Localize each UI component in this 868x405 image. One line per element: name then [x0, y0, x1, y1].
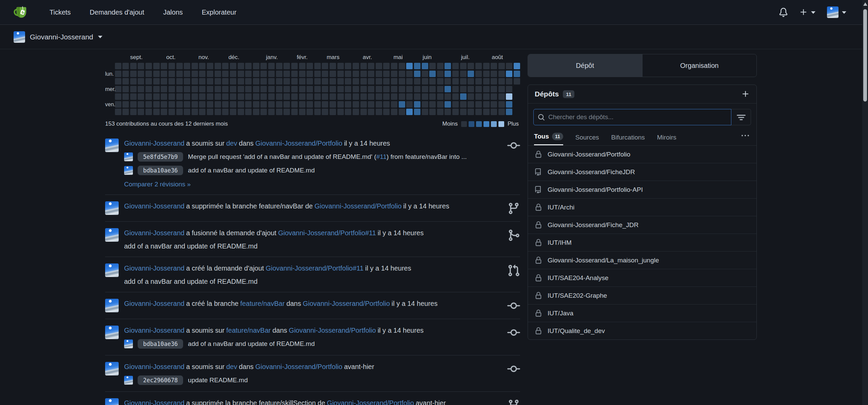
repo-list-item[interactable]: Giovanni-Josserand/Portfolio-API	[528, 181, 756, 198]
feed-link[interactable]: Giovanni-Josserand/Portfolio#11	[265, 264, 363, 272]
navbar-item-3[interactable]: Explorateur	[192, 8, 246, 16]
new-repository-button[interactable]	[742, 90, 750, 98]
user-menu-dropdown[interactable]	[827, 6, 846, 18]
issue-link[interactable]: #11	[376, 153, 387, 160]
user-avatar[interactable]	[105, 326, 119, 339]
feed-link[interactable]: Giovanni-Josserand	[124, 229, 184, 237]
repo-name: Giovanni-Josserand/La_maison_jungle	[548, 257, 659, 264]
heatmap-cell	[260, 109, 267, 115]
user-avatar[interactable]	[105, 362, 119, 375]
heatmap-cell	[429, 101, 436, 108]
repo-list-item[interactable]: IUT/Qualite_de_dev	[528, 322, 756, 339]
heatmap-cell	[260, 101, 267, 108]
feed-link[interactable]: Giovanni-Josserand	[124, 363, 184, 370]
repo-filter-bifurcations[interactable]: Bifurcations	[611, 131, 645, 145]
feed-link[interactable]: feature/navBar	[226, 327, 271, 334]
notifications-bell-icon[interactable]	[779, 8, 788, 17]
repository-filter-button[interactable]	[731, 109, 751, 125]
heatmap-cell	[291, 93, 298, 100]
heatmap-cell	[145, 93, 152, 100]
repo-list-item[interactable]: IUT/SAE202-Graphe	[528, 287, 756, 304]
repository-search-input[interactable]	[548, 113, 727, 121]
feed-link[interactable]: Giovanni-Josserand	[124, 300, 184, 307]
heatmap-cell	[445, 63, 451, 69]
heatmap-cell	[268, 71, 275, 77]
feed-link[interactable]: Giovanni-Josserand	[124, 327, 184, 334]
feed-link[interactable]: feature/navBar	[240, 300, 284, 307]
feed-link[interactable]: Giovanni-Josserand	[124, 140, 184, 147]
user-avatar[interactable]	[105, 139, 119, 152]
commit-hash-link[interactable]: 2ec2960678	[138, 375, 183, 385]
navbar-item-1[interactable]: Demandes d'ajout	[80, 8, 154, 16]
commit-hash-link[interactable]: bdba10ae36	[138, 339, 183, 349]
commit-icon	[507, 363, 520, 375]
feed-link[interactable]: dev	[226, 140, 237, 147]
heatmap-month-label: avr.	[363, 54, 372, 61]
repo-list-item[interactable]: Giovanni-Josserand/La_maison_jungle	[528, 251, 756, 269]
repo-filter-sources[interactable]: Sources	[575, 131, 599, 145]
user-avatar[interactable]	[105, 263, 119, 277]
heatmap-cell	[115, 101, 121, 108]
tab-organisation[interactable]: Organisation	[642, 54, 757, 77]
tab-dépôt[interactable]: Dépôt	[528, 54, 642, 77]
heatmap-cell	[422, 78, 428, 85]
heatmap-cell	[376, 78, 382, 85]
scrollbar-up-arrow-icon[interactable]	[863, 2, 867, 6]
user-avatar[interactable]	[105, 201, 119, 215]
heatmap-month-label: févr.	[297, 54, 308, 61]
repo-filter-miroirs[interactable]: Miroirs	[657, 131, 676, 145]
user-avatar[interactable]	[105, 228, 119, 242]
feed-link[interactable]: Giovanni-Josserand/Portfolio	[303, 300, 390, 307]
feed-link[interactable]: Giovanni-Josserand/Portfolio	[314, 202, 401, 210]
repo-filter-tous[interactable]: Tous11	[534, 130, 563, 145]
repo-list-item[interactable]: Giovanni-Josserand/FicheJDR	[528, 163, 756, 181]
heatmap-cell	[115, 78, 121, 85]
feed-text: a soumis sur	[186, 140, 224, 147]
feed-link[interactable]: Giovanni-Josserand/Portfolio	[289, 327, 376, 334]
heatmap-cell	[215, 101, 221, 108]
repo-list-item[interactable]: IUT/Java	[528, 304, 756, 322]
feed-link[interactable]: dev	[226, 363, 237, 370]
heatmap-cell	[468, 101, 474, 108]
user-avatar[interactable]	[105, 299, 119, 312]
heatmap-cell	[169, 71, 175, 77]
feed-link[interactable]: Giovanni-Josserand/Portfolio	[255, 140, 342, 147]
heatmap-cell	[276, 109, 282, 115]
heatmap-cell	[176, 86, 183, 92]
user-avatar[interactable]	[105, 398, 119, 405]
more-filters-button[interactable]	[742, 129, 750, 145]
commit-hash-link[interactable]: 5e8fd5e7b9	[138, 152, 183, 162]
heatmap-cell	[283, 86, 290, 92]
heatmap-cell	[422, 109, 428, 115]
heatmap-cell	[169, 86, 175, 92]
feed-link[interactable]: Giovanni-Josserand	[124, 202, 184, 210]
feed-link[interactable]: Giovanni-Josserand/Portfolio	[327, 399, 414, 405]
heatmap-cell	[383, 86, 390, 92]
repo-list-item[interactable]: Giovanni-Josserand/Portfolio	[528, 145, 756, 163]
navbar-item-2[interactable]: Jalons	[154, 8, 192, 16]
heatmap-cell	[115, 86, 121, 92]
heatmap-cell	[376, 109, 382, 115]
user-switcher[interactable]: Giovanni-Josserand	[14, 31, 102, 43]
page-scrollbar[interactable]	[862, 0, 868, 405]
heatmap-cell	[322, 63, 328, 69]
feed-link[interactable]: Giovanni-Josserand	[124, 399, 184, 405]
gitea-logo[interactable]: b	[13, 4, 30, 21]
legend-square	[461, 121, 467, 127]
feed-link[interactable]: Giovanni-Josserand	[124, 264, 184, 272]
scrollbar-thumb[interactable]	[863, 9, 867, 102]
repo-list-item[interactable]: Giovanni-Josserand/Fiche_JDR	[528, 216, 756, 234]
heatmap-cell	[337, 109, 344, 115]
repo-list-item[interactable]: IUT/IHM	[528, 234, 756, 251]
navbar-item-0[interactable]: Tickets	[40, 8, 80, 16]
repo-list-item[interactable]: IUT/SAE204-Analyse	[528, 269, 756, 287]
heatmap-cell	[322, 71, 328, 77]
heatmap-cell	[406, 109, 413, 115]
feed-entry-body: add of a navBar and update of README.md	[124, 278, 501, 286]
feed-link[interactable]: Giovanni-Josserand/Portfolio#11	[278, 229, 376, 237]
commit-hash-link[interactable]: bdba10ae36	[138, 166, 183, 175]
create-new-dropdown[interactable]	[800, 8, 815, 16]
compare-revisions-link[interactable]: Comparer 2 révisions »	[124, 181, 191, 188]
feed-link[interactable]: Giovanni-Josserand/Portfolio	[255, 363, 342, 370]
repo-list-item[interactable]: IUT/Archi	[528, 198, 756, 216]
